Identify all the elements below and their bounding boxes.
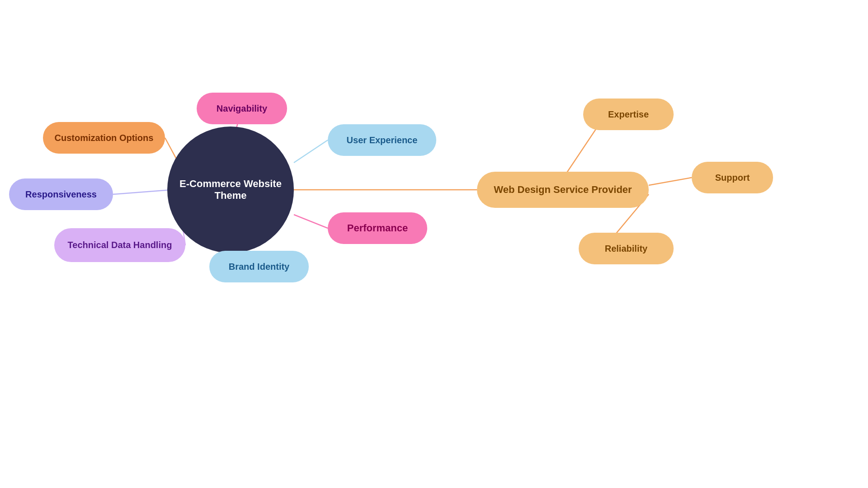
center-label: E-Commerce Website Theme — [167, 178, 294, 202]
customization-label: Customization Options — [55, 133, 154, 143]
brand-label: Brand Identity — [229, 262, 289, 272]
center-node: E-Commerce Website Theme — [167, 127, 294, 253]
navigability-label: Navigability — [217, 103, 267, 114]
node-user-experience[interactable]: User Experience — [328, 124, 436, 156]
web-design-label: Web Design Service Provider — [494, 184, 632, 196]
node-customization[interactable]: Customization Options — [43, 122, 165, 154]
node-technical-data-handling[interactable]: Technical Data Handling — [54, 228, 185, 262]
node-reliability[interactable]: Reliability — [579, 233, 674, 264]
svg-line-2 — [113, 190, 172, 194]
technical-label: Technical Data Handling — [68, 240, 172, 250]
svg-line-5 — [294, 140, 328, 163]
node-support[interactable]: Support — [692, 162, 773, 193]
support-label: Support — [715, 173, 750, 183]
reliability-label: Reliability — [605, 244, 647, 254]
expertise-label: Expertise — [608, 109, 649, 120]
svg-line-9 — [649, 178, 692, 185]
node-brand-identity[interactable]: Brand Identity — [209, 251, 309, 282]
node-navigability[interactable]: Navigability — [197, 93, 287, 124]
responsiveness-label: Responsiveness — [25, 189, 97, 200]
svg-line-6 — [294, 215, 328, 228]
node-web-design-service-provider[interactable]: Web Design Service Provider — [477, 172, 649, 208]
node-responsiveness[interactable]: Responsiveness — [9, 178, 113, 210]
user-experience-label: User Experience — [347, 135, 418, 145]
node-performance[interactable]: Performance — [328, 212, 427, 244]
performance-label: Performance — [347, 222, 408, 234]
node-expertise[interactable]: Expertise — [583, 99, 674, 130]
